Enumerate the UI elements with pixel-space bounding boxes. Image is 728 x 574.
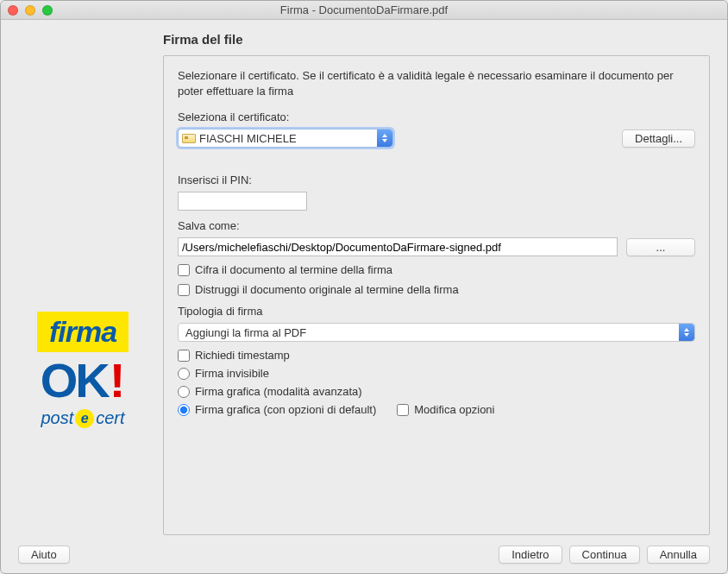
logo-text-ok: OK [41, 352, 108, 408]
dropdown-toggle-icon[interactable] [377, 129, 392, 147]
logo-text-firma: firma [37, 312, 129, 352]
encrypt-checkbox[interactable] [178, 264, 190, 276]
footer: Aiuto Indietro Continua Annulla [1, 535, 727, 573]
browse-button[interactable]: ... [626, 238, 695, 256]
pin-label: Inserisci il PIN: [178, 173, 695, 186]
logo-postecert: post e cert [41, 408, 124, 428]
signature-type-label: Tipologia di firma [178, 305, 695, 318]
back-button[interactable]: Indietro [499, 546, 562, 564]
signature-type-selected-text: Aggiungi la firma al PDF [179, 326, 306, 339]
page-title: Firma del file [163, 32, 710, 47]
radio-invisible[interactable] [178, 368, 190, 380]
certificate-selected-text: FIASCHI MICHELE [196, 132, 297, 145]
titlebar: Firma - DocumentoDaFirmare.pdf [1, 1, 727, 20]
cancel-button[interactable]: Annulla [647, 546, 710, 564]
logo-text-post: post [41, 408, 73, 428]
saveas-path-input[interactable] [178, 237, 618, 256]
certificate-select[interactable]: FIASCHI MICHELE [178, 129, 393, 148]
maximize-window-button[interactable] [42, 5, 53, 16]
radio-default[interactable] [178, 404, 190, 416]
window-title: Firma - DocumentoDaFirmare.pdf [1, 3, 727, 16]
pin-input[interactable] [178, 192, 307, 211]
modify-options-checkbox[interactable] [397, 404, 409, 416]
logo-firmaok: firma OK ! post e cert [37, 312, 129, 428]
logo-exclaim-icon: ! [110, 352, 126, 408]
certificate-card-icon [182, 133, 196, 143]
sidebar: firma OK ! post e cert [18, 32, 147, 535]
form-panel: Selezionare il certificato. Se il certif… [163, 55, 710, 535]
continue-button[interactable]: Continua [569, 546, 640, 564]
radio-invisible-label: Firma invisibile [195, 367, 269, 380]
help-button[interactable]: Aiuto [18, 546, 70, 564]
timestamp-checkbox[interactable] [178, 350, 190, 362]
logo-e-icon: e [75, 409, 94, 428]
radio-advanced-label: Firma grafica (modalità avanzata) [195, 385, 362, 398]
radio-advanced[interactable] [178, 386, 190, 398]
window-controls [8, 5, 53, 16]
details-button[interactable]: Dettagli... [622, 129, 695, 148]
minimize-window-button[interactable] [25, 5, 35, 16]
instruction-text: Selezionare il certificato. Se il certif… [178, 68, 695, 98]
close-window-button[interactable] [8, 5, 18, 16]
signature-type-select[interactable]: Aggiungi la firma al PDF [178, 323, 695, 342]
modify-options-label: Modifica opzioni [414, 403, 494, 416]
dropdown-toggle-icon[interactable] [679, 324, 694, 341]
destroy-checkbox[interactable] [178, 284, 190, 296]
encrypt-label: Cifra il documento al termine della firm… [195, 263, 392, 276]
saveas-label: Salva come: [178, 219, 695, 232]
destroy-label: Distruggi il documento originale al term… [195, 283, 459, 296]
logo-text-cert: cert [96, 408, 124, 428]
timestamp-label: Richiedi timestamp [195, 349, 290, 362]
radio-default-label: Firma grafica (con opzioni di default) [195, 403, 376, 416]
certificate-label: Seleziona il certificato: [178, 110, 695, 123]
